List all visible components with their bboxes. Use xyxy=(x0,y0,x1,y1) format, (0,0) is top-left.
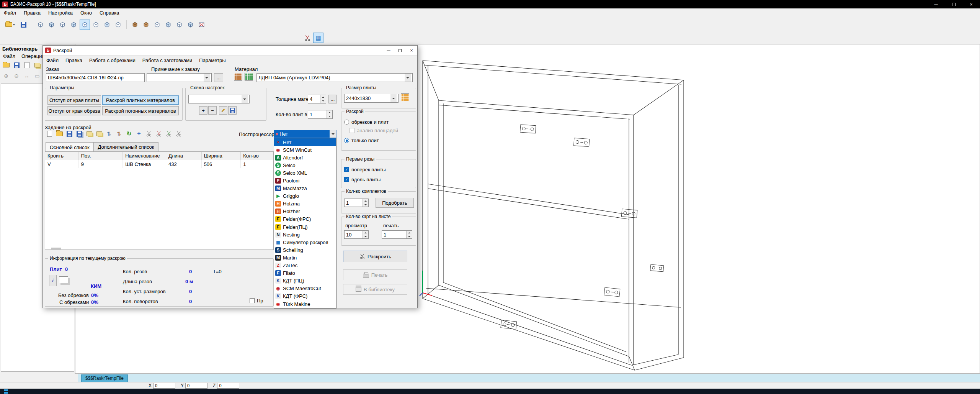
chevron-down-icon[interactable] xyxy=(330,130,336,138)
thickness-more-button[interactable]: ... xyxy=(328,95,337,103)
view-cube-icon[interactable] xyxy=(80,20,90,30)
zoom-out-icon[interactable]: ⊖ xyxy=(12,72,21,80)
spin-down-icon[interactable] xyxy=(407,235,412,238)
open-library-button[interactable] xyxy=(2,61,11,69)
plate-size-combobox[interactable]: 2440х1830 xyxy=(344,94,399,103)
check-across-plate[interactable]: ✓ поперек плиты xyxy=(344,167,385,172)
spin-up-icon[interactable] xyxy=(320,95,326,99)
postprocessor-option[interactable]: ▦Симулятор раскроя xyxy=(274,238,336,246)
cut-tool-2-button[interactable] xyxy=(154,130,163,138)
table-row[interactable]: V 9 ШВ Стенка 432 506 1 xyxy=(45,160,273,168)
view-cube-icon[interactable] xyxy=(35,20,46,30)
postprocessor-option[interactable]: ×Нет xyxy=(274,138,336,146)
postprocessor-option[interactable]: ZZaiTec xyxy=(274,262,336,269)
menu-edit[interactable]: Правка xyxy=(20,9,44,17)
view-cube-icon[interactable] xyxy=(113,20,123,30)
order-input[interactable]: ШВ450х300х524-СП8-16ГФ24-пр xyxy=(46,73,145,82)
spin-up-icon[interactable] xyxy=(407,231,412,235)
cards-preview-spinner[interactable]: 10 xyxy=(344,230,369,239)
menu-settings[interactable]: Настройка xyxy=(44,9,77,17)
copy-entry-button[interactable] xyxy=(33,61,42,69)
windows-start-button[interactable] xyxy=(4,389,8,394)
col-cut[interactable]: Кроить xyxy=(45,152,79,160)
view-cube-icon[interactable] xyxy=(185,20,196,30)
postprocessor-option[interactable]: NNesting xyxy=(274,231,336,238)
note-combobox[interactable] xyxy=(147,73,212,82)
check-area-analysis[interactable]: анализ площадей xyxy=(350,128,398,133)
postprocessor-option[interactable]: AAltendorf xyxy=(274,154,336,161)
dialog-close-button[interactable]: × xyxy=(406,46,417,55)
radio-plates-only[interactable]: только плит xyxy=(344,138,379,143)
thickness-spinner[interactable]: 4 xyxy=(308,95,326,103)
sort-asc-button[interactable]: ⇅ xyxy=(105,130,114,138)
pan-icon[interactable]: ↔ xyxy=(22,72,31,80)
dialog-menu-blanks[interactable]: Работа с заготовками xyxy=(139,56,196,64)
menu-help[interactable]: Справка xyxy=(96,9,123,17)
menu-window[interactable]: Окно xyxy=(77,9,96,17)
linear-materials-button[interactable]: Раскрой погонных материалов xyxy=(102,106,179,115)
col-qty[interactable]: Кол-во xyxy=(241,152,273,160)
scissors-tool-button[interactable] xyxy=(302,33,312,43)
tab-additional-list[interactable]: Дополнительный список xyxy=(94,142,158,151)
postprocessor-option[interactable]: HHolzher xyxy=(274,208,336,215)
col-pos[interactable]: Поз. xyxy=(79,152,123,160)
cell-name[interactable]: ШВ Стенка xyxy=(123,160,166,168)
cell-width[interactable]: 506 xyxy=(202,160,241,168)
cell-cut[interactable]: V xyxy=(45,160,79,168)
postprocessor-option[interactable]: MMacMazza xyxy=(274,185,336,192)
spin-up-icon[interactable] xyxy=(363,231,368,235)
postprocessor-option[interactable]: SSchelling xyxy=(274,246,336,254)
save-task-button[interactable] xyxy=(65,130,74,138)
view-cube-icon[interactable] xyxy=(69,20,79,30)
edge-plate-button[interactable]: Отступ от края плиты xyxy=(47,95,101,105)
postprocessor-option[interactable]: ◉SCM WinCut xyxy=(274,146,336,154)
cell-length[interactable]: 432 xyxy=(166,160,202,168)
postprocessor-option[interactable]: FFelder(ФРС) xyxy=(274,215,336,223)
info-button[interactable]: i xyxy=(49,275,57,286)
spin-down-icon[interactable] xyxy=(320,99,326,103)
grid-close-icon[interactable] xyxy=(196,20,207,30)
new-entry-button[interactable] xyxy=(22,61,31,69)
info-checkbox[interactable]: Пр xyxy=(250,298,273,304)
postprocessor-option[interactable]: PPaoloni xyxy=(274,177,336,184)
dialog-menu-offcuts[interactable]: Работа с обрезками xyxy=(86,56,139,64)
panels-tool-button[interactable]: ▦ xyxy=(313,33,323,43)
postprocessor-option[interactable]: SSelco XML xyxy=(274,169,336,177)
cut-button[interactable]: Раскроить xyxy=(343,251,407,262)
material-sheet-button[interactable] xyxy=(234,72,243,81)
import-list-button[interactable] xyxy=(95,130,104,138)
cut-tool-4-button[interactable] xyxy=(174,130,183,138)
view-cube-icon[interactable] xyxy=(102,20,112,30)
scheme-save-button[interactable] xyxy=(228,106,237,115)
dialog-maximize-button[interactable] xyxy=(394,46,406,55)
postprocessor-option[interactable]: MMartin xyxy=(274,254,336,261)
move-button[interactable]: + xyxy=(134,130,144,138)
save-all-button[interactable] xyxy=(75,130,84,138)
spin-up-icon[interactable] xyxy=(363,199,368,203)
document-tab[interactable]: $$$RaskrTempFile xyxy=(81,374,128,382)
chevron-down-icon[interactable] xyxy=(204,74,210,82)
chevron-down-icon[interactable] xyxy=(390,94,397,102)
col-length[interactable]: Длина xyxy=(166,152,202,160)
zoom-in-icon[interactable]: ⊕ xyxy=(2,72,11,80)
save-file-button[interactable] xyxy=(18,20,29,30)
y-coordinate-input[interactable]: 0 xyxy=(185,383,207,389)
x-coordinate-input[interactable]: 0 xyxy=(153,383,175,389)
spin-down-icon[interactable] xyxy=(363,203,368,207)
note-more-button[interactable]: ... xyxy=(214,73,223,82)
plate-grid-button[interactable] xyxy=(400,93,410,102)
radio-offcuts-and-plates[interactable]: обрезков и плит xyxy=(344,119,389,125)
postprocessor-option[interactable]: SSelco xyxy=(274,161,336,169)
edge-trim-button[interactable]: Отступ от края обреза xyxy=(47,106,101,115)
save-library-button[interactable] xyxy=(12,61,21,69)
sheet-materials-button[interactable]: Раскрой плитных материалов xyxy=(102,95,179,105)
open-file-button[interactable]: ▼ xyxy=(3,20,18,30)
copy-list-button[interactable] xyxy=(85,130,94,138)
dialog-minimize-button[interactable]: ─ xyxy=(383,46,394,55)
to-library-button[interactable]: В библиотеку xyxy=(343,284,407,295)
check-along-plate[interactable]: ✓ вдоль плиты xyxy=(344,177,381,182)
dialog-titlebar[interactable]: Б Раскрой ─ × xyxy=(43,46,417,56)
sort-desc-button[interactable]: ⇅ xyxy=(114,130,124,138)
view-cube-icon[interactable] xyxy=(57,20,68,30)
view-cube-icon[interactable] xyxy=(174,20,185,30)
